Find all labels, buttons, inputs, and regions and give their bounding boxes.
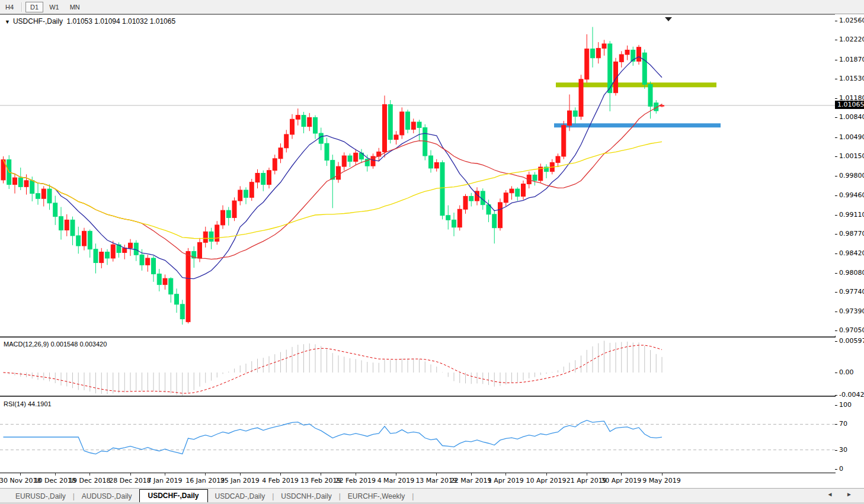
support-band-line[interactable] bbox=[554, 123, 721, 127]
candle-body bbox=[648, 84, 652, 106]
price-axis-tick bbox=[835, 176, 837, 176]
chart-tab-usdchf[interactable]: USDCHF-,Daily bbox=[139, 489, 208, 503]
chart-shift-marker-icon[interactable] bbox=[665, 17, 672, 21]
date-axis-label: 4 Feb 2019 bbox=[262, 477, 298, 484]
candle-body bbox=[157, 274, 161, 285]
price-axis-tick bbox=[835, 330, 837, 331]
price-axis-tick bbox=[835, 234, 837, 235]
candle-body bbox=[152, 258, 156, 274]
candle-body bbox=[625, 50, 629, 54]
candle-body bbox=[429, 156, 433, 168]
candle-body bbox=[354, 153, 358, 161]
timeframe-button-h4[interactable]: H4 bbox=[1, 2, 18, 12]
candle-body bbox=[175, 294, 179, 304]
date-axis-label: 1 Apr 2019 bbox=[488, 477, 524, 484]
price-axis-label: 1.01530 bbox=[839, 75, 864, 82]
candle-body bbox=[637, 47, 641, 62]
candle-body bbox=[602, 44, 606, 49]
candle-body bbox=[463, 196, 468, 209]
candle-body bbox=[129, 243, 133, 248]
candle-body bbox=[24, 181, 28, 187]
candle-body bbox=[59, 217, 63, 230]
date-axis-tick bbox=[546, 473, 547, 476]
candle-body bbox=[203, 232, 207, 242]
macd-panel[interactable] bbox=[0, 338, 836, 397]
price-axis[interactable]: 1.025601.022201.018701.015301.011801.008… bbox=[835, 14, 864, 336]
date-axis-label: 25 Jan 2019 bbox=[220, 477, 260, 484]
timeframe-button-w1[interactable]: W1 bbox=[44, 2, 64, 12]
date-axis-label: 22 Feb 2019 bbox=[335, 477, 376, 484]
price-axis-label: 0.99460 bbox=[839, 191, 864, 199]
date-axis-label: 19 Dec 2018 bbox=[69, 477, 110, 484]
candle-body bbox=[411, 122, 415, 129]
chart-tab-usdcad[interactable]: USDCAD-,Daily bbox=[208, 490, 273, 503]
candle-body bbox=[319, 133, 323, 143]
candle-body bbox=[579, 79, 583, 117]
price-axis-label: 0.98420 bbox=[839, 249, 864, 257]
price-axis-label: 1.00150 bbox=[839, 152, 864, 160]
rsi-panel[interactable] bbox=[0, 398, 836, 473]
price-axis-tick bbox=[835, 21, 837, 21]
symbol-name: USDCHF-,Daily bbox=[13, 17, 63, 25]
date-axis-tick bbox=[587, 473, 587, 476]
candle-body bbox=[562, 126, 566, 156]
candle-body bbox=[400, 112, 404, 135]
candle-body bbox=[221, 210, 225, 225]
date-axis[interactable]: 30 Nov 201810 Dec 201819 Dec 201828 Dec … bbox=[0, 473, 835, 487]
main-price-chart[interactable] bbox=[0, 14, 836, 338]
candle-body bbox=[71, 220, 75, 236]
price-axis-label: 0.98080 bbox=[839, 269, 864, 277]
rsi-axis-tick bbox=[835, 405, 837, 406]
chart-tab-eurusd[interactable]: EURUSD-,Daily bbox=[8, 490, 73, 503]
chart-tab-audusd[interactable]: AUDUSD-,Daily bbox=[75, 490, 139, 503]
candle-body bbox=[169, 278, 173, 294]
candle-body bbox=[94, 249, 98, 263]
timeframe-button-d1[interactable]: D1 bbox=[25, 2, 43, 12]
price-axis-tick bbox=[835, 60, 837, 60]
candle-body bbox=[82, 231, 87, 246]
candle-body bbox=[134, 243, 138, 255]
date-axis-tick bbox=[436, 473, 437, 476]
date-axis-tick bbox=[130, 473, 131, 476]
date-axis-label: 28 Dec 2018 bbox=[109, 477, 151, 484]
candle-body bbox=[284, 134, 289, 148]
candle-body bbox=[383, 105, 387, 152]
timeframe-button-mn[interactable]: MN bbox=[65, 2, 85, 12]
rsi-axis-tick bbox=[835, 469, 837, 470]
candle-body bbox=[255, 174, 260, 182]
rsi-line bbox=[4, 420, 663, 454]
chart-tab-usdcnh[interactable]: USDCNH-,Daily bbox=[274, 490, 338, 503]
candle-body bbox=[313, 117, 318, 133]
price-axis-tick bbox=[835, 215, 837, 216]
price-axis-tick bbox=[835, 292, 837, 293]
date-axis-label: 16 Jan 2019 bbox=[185, 477, 225, 484]
candle-body bbox=[146, 258, 150, 265]
collapse-triangle-icon[interactable]: ▼ bbox=[5, 19, 10, 25]
candle-body bbox=[591, 49, 595, 58]
candle-body bbox=[452, 220, 456, 227]
date-axis-tick bbox=[280, 473, 281, 476]
date-axis-tick bbox=[471, 473, 472, 476]
candle-body bbox=[573, 111, 577, 117]
candle-body bbox=[244, 190, 248, 197]
candle-body bbox=[348, 156, 352, 162]
candle-body bbox=[394, 135, 398, 140]
candle-body bbox=[267, 171, 271, 185]
chart-tab-eurchf[interactable]: EURCHF-,Weekly bbox=[341, 490, 412, 503]
candle-body bbox=[140, 255, 144, 265]
price-axis-label: 1.02220 bbox=[839, 36, 864, 43]
candle-body bbox=[568, 111, 572, 126]
candle-body bbox=[249, 182, 254, 198]
tab-scroll-arrows[interactable]: ◄ ► bbox=[827, 491, 858, 497]
rsi-axis-label: 100 bbox=[839, 401, 852, 409]
candle-body bbox=[504, 193, 508, 203]
candle-body bbox=[105, 252, 110, 258]
date-axis-tick bbox=[662, 473, 663, 476]
price-axis-label: 0.97390 bbox=[839, 307, 864, 315]
date-axis-label: 22 Mar 2019 bbox=[450, 477, 492, 484]
candle-body bbox=[660, 105, 664, 106]
candle-body bbox=[47, 189, 52, 203]
rsi-axis: 10070300 bbox=[835, 398, 864, 473]
candle-body bbox=[440, 162, 444, 215]
candle-body bbox=[510, 189, 514, 193]
